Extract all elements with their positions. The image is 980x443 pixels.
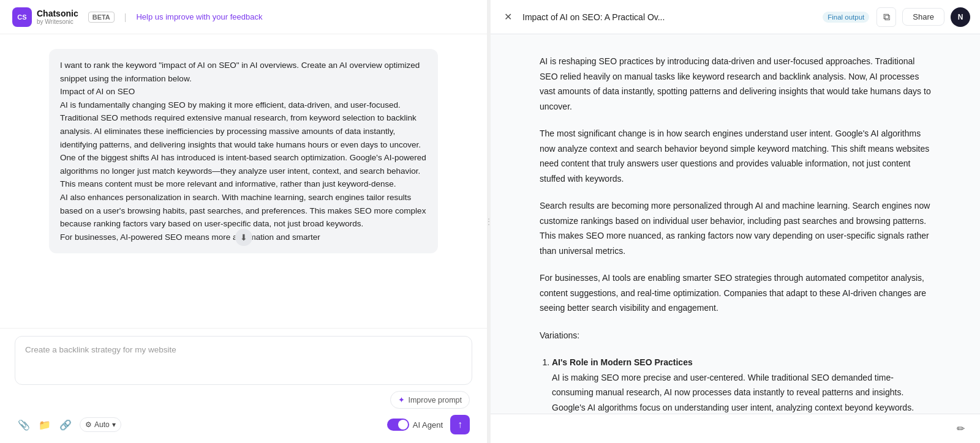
edit-button[interactable]: ✏	[951, 419, 970, 439]
content-paragraph-3: Search results are becoming more persona…	[540, 198, 931, 258]
share-button[interactable]: Share	[902, 8, 944, 26]
content-paragraph-1: AI is reshaping SEO practices by introdu…	[540, 54, 931, 114]
user-initials: N	[958, 13, 963, 21]
feedback-link[interactable]: Help us improve with your feedback	[136, 12, 262, 21]
link-icon[interactable]: 🔗	[59, 418, 72, 431]
sparkle-icon: ✦	[398, 395, 405, 404]
close-icon: ✕	[504, 11, 512, 23]
ai-agent-toggle: AI Agent	[387, 419, 443, 431]
header-right-actions: ⧉ Share N	[876, 7, 970, 27]
folder-icon[interactable]: 📁	[38, 418, 51, 431]
chat-input[interactable]: Create a backlink strategy for my websit…	[15, 336, 472, 385]
left-actions: 📎 📁 🔗 ⚙ Auto ▾	[17, 417, 121, 432]
logo-text: Chatsonic by Writesonic	[37, 9, 78, 25]
variation-text-1: AI is making SEO more precise and user-c…	[552, 373, 914, 414]
variations-label: Variations:	[540, 328, 931, 343]
message-bubble: I want to rank the keyword "impact of AI…	[49, 49, 438, 253]
scroll-down-button[interactable]: ⬇	[235, 229, 252, 246]
logo-area: CS Chatsonic by Writesonic	[12, 7, 78, 27]
close-button[interactable]: ✕	[500, 10, 515, 24]
app-sub: by Writesonic	[37, 18, 78, 25]
right-content: AI is reshaping SEO practices by introdu…	[491, 34, 980, 414]
right-footer: ✏	[491, 414, 980, 443]
content-paragraph-2: The most significant change is in how se…	[540, 126, 931, 186]
variation-item-1: AI's Role in Modern SEO Practices AI is …	[552, 355, 931, 414]
final-output-badge: Final output	[823, 12, 869, 23]
improve-row: ✦ Improve prompt	[15, 391, 472, 409]
left-panel: CS Chatsonic by Writesonic BETA | Help u…	[0, 0, 487, 443]
send-button[interactable]: ↑	[450, 415, 470, 434]
improve-prompt-button[interactable]: ✦ Improve prompt	[390, 391, 470, 409]
document-title: Impact of AI on SEO: A Practical Ov...	[522, 12, 815, 22]
copy-button[interactable]: ⧉	[876, 7, 896, 27]
user-avatar: N	[951, 7, 970, 27]
variation-title-1: AI's Role in Modern SEO Practices	[552, 357, 693, 367]
auto-button[interactable]: ⚙ Auto ▾	[80, 417, 121, 432]
attach-icon[interactable]: 📎	[17, 418, 31, 431]
top-bar: CS Chatsonic by Writesonic BETA | Help u…	[0, 0, 487, 34]
right-panel: ✕ Impact of AI on SEO: A Practical Ov...…	[491, 0, 980, 443]
message-text: I want to rank the keyword "impact of AI…	[60, 61, 426, 242]
improve-prompt-label: Improve prompt	[408, 396, 462, 404]
ai-agent-label: AI Agent	[413, 420, 443, 430]
chat-area: I want to rank the keyword "impact of AI…	[0, 34, 487, 328]
beta-badge: BETA	[88, 12, 115, 23]
ai-agent-switch[interactable]	[387, 419, 409, 431]
input-placeholder: Create a backlink strategy for my websit…	[25, 345, 176, 354]
copy-icon: ⧉	[883, 12, 890, 23]
edit-icon: ✏	[957, 423, 965, 434]
send-icon: ↑	[458, 419, 462, 430]
separator: |	[124, 12, 127, 22]
right-actions: AI Agent ↑	[387, 415, 470, 434]
auto-label: Auto	[94, 420, 110, 429]
input-area: Create a backlink strategy for my websit…	[0, 328, 487, 443]
auto-icon: ⚙	[85, 420, 92, 429]
variations-list: AI's Role in Modern SEO Practices AI is …	[540, 355, 931, 414]
right-header: ✕ Impact of AI on SEO: A Practical Ov...…	[491, 0, 980, 34]
input-actions: 📎 📁 🔗 ⚙ Auto ▾ AI Agent ↑	[15, 415, 472, 434]
logo-icon: CS	[12, 7, 32, 27]
content-paragraph-4: For businesses, AI tools are enabling sm…	[540, 270, 931, 316]
chevron-down-icon: ▾	[112, 420, 116, 429]
app-name: Chatsonic	[37, 9, 78, 18]
